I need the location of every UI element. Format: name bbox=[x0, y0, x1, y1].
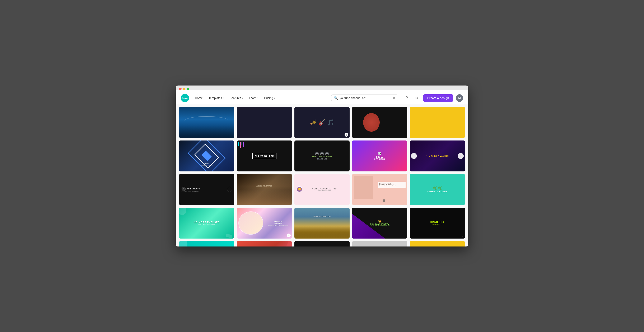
card-gaming[interactable]: 🎮 🎮 🎮 START TO END GAMES 🎮 🎮 🎮 bbox=[294, 141, 350, 172]
grid-container: 🎺 🎸 🎵 $ victor'sWYOMING IS WORTH IT bbox=[176, 104, 468, 246]
nav-pricing[interactable]: Pricing ▾ bbox=[262, 95, 278, 101]
navbar: Canva Home Templates ▾ Features ▾ Learn … bbox=[176, 92, 468, 104]
card-yellow-bottom[interactable] bbox=[410, 241, 465, 246]
card-grey-bottom[interactable] bbox=[352, 241, 407, 246]
nav-links: Home Templates ▾ Features ▾ Learn ▾ Pric… bbox=[192, 95, 326, 101]
card-dark2[interactable] bbox=[352, 107, 407, 138]
logo-text: Canva bbox=[181, 97, 188, 99]
nav-templates[interactable]: Templates ▾ bbox=[206, 95, 226, 101]
card-ocean[interactable] bbox=[179, 107, 234, 138]
card-dark[interactable] bbox=[237, 107, 292, 138]
chevron-right-icon[interactable]: › bbox=[458, 153, 464, 159]
card-red-bottom[interactable] bbox=[237, 241, 292, 246]
dot-red[interactable] bbox=[179, 88, 182, 90]
browser-chrome bbox=[176, 86, 468, 90]
card-shadow[interactable]: 👑 SHADOW JADETV ACTION AND ADVENTURE GAM… bbox=[352, 208, 407, 239]
search-bar: 🔍 ✕ bbox=[331, 95, 398, 101]
card-mjazz[interactable]: ✕ MJAZZ PLAYING ‹ › bbox=[410, 141, 465, 172]
template-grid: 🎺 🎸 🎵 $ victor'sWYOMING IS WORTH IT bbox=[179, 107, 465, 246]
pricing-chevron: ▾ bbox=[274, 97, 275, 99]
nav-learn[interactable]: Learn ▾ bbox=[246, 95, 261, 101]
card-adventure[interactable]: Aldous Adventures bbox=[237, 174, 292, 205]
card-nature[interactable]: Adventure Follows You bbox=[294, 208, 350, 239]
templates-chevron: ▾ bbox=[223, 97, 224, 99]
card-adora[interactable]: 🌿 🌿 ADORA'S VLOGS bbox=[410, 174, 465, 205]
card-skull[interactable]: 💀 SKULLSTRIKER1 bbox=[352, 141, 407, 172]
help-button[interactable]: ? bbox=[403, 94, 410, 102]
nav-features[interactable]: Features ▾ bbox=[227, 95, 246, 101]
dot-yellow[interactable] bbox=[183, 88, 185, 90]
card-regillus[interactable]: REGILLUS GLACIER II ⊕ bbox=[410, 208, 465, 239]
logo[interactable]: Canva bbox=[181, 94, 189, 102]
card-yellow[interactable] bbox=[410, 107, 465, 138]
search-icon: 🔍 bbox=[334, 96, 338, 100]
nav-actions: ? ⚙ Create a design M bbox=[403, 94, 463, 102]
card-fitness[interactable]: NO MORE EXCUSES There's always time for … bbox=[179, 208, 234, 239]
help-icon: ? bbox=[406, 96, 408, 100]
card-diamond[interactable]: victor'sWYOMING IS WORTH IT bbox=[179, 141, 234, 172]
card-beauty[interactable]: Beauty with Lee Beauty and self care adv… bbox=[352, 174, 407, 205]
features-chevron: ▾ bbox=[242, 97, 243, 99]
learn-chevron: ▾ bbox=[257, 97, 258, 99]
browser-dots bbox=[179, 88, 465, 90]
dot-green[interactable] bbox=[186, 88, 189, 90]
clear-search-button[interactable]: ✕ bbox=[393, 96, 395, 100]
card-makeup[interactable]: Makeup byMarceline More content every We… bbox=[237, 208, 292, 239]
card-dark-triangle[interactable]: ▲ bbox=[294, 241, 350, 246]
avatar[interactable]: M bbox=[456, 94, 463, 102]
settings-button[interactable]: ⚙ bbox=[413, 94, 421, 102]
create-design-button[interactable]: Create a design bbox=[423, 94, 453, 102]
chevron-left-icon[interactable]: ‹ bbox=[411, 153, 417, 159]
browser-window: Canva Home Templates ▾ Features ▾ Learn … bbox=[176, 86, 468, 246]
card-astrid[interactable]: 😊 A GIRL NAMED ASTRID Video Games and Mo… bbox=[294, 174, 350, 205]
nav-home[interactable]: Home bbox=[192, 95, 205, 101]
card-blaze[interactable]: BLAIZE BALLER bbox=[237, 141, 292, 172]
card-cyan-bottom[interactable] bbox=[179, 241, 234, 246]
card-music[interactable]: 🎺 🎸 🎵 $ bbox=[294, 107, 350, 138]
settings-icon: ⚙ bbox=[415, 96, 418, 100]
search-input[interactable] bbox=[340, 96, 391, 100]
card-alien[interactable]: A ALIENRESIS RESIST THE INVASION bbox=[179, 174, 234, 205]
